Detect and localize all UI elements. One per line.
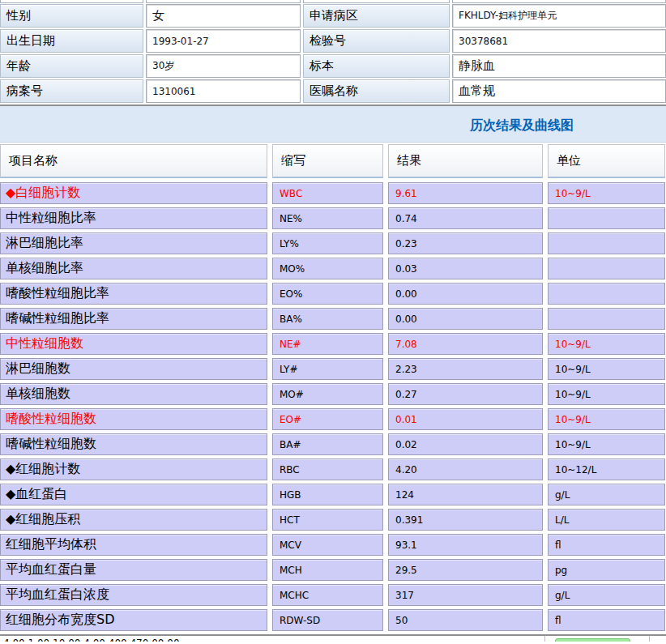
item-name-cell: ◆红细胞计数 <box>0 458 267 480</box>
table-row[interactable]: ◆红细胞压积 HCT 0.391 L/L <box>0 509 666 531</box>
record-number-value-field[interactable]: 1310061 <box>146 79 301 103</box>
abbr-cell: NE% <box>272 207 383 229</box>
item-name-cell: 淋巴细胞数 <box>0 358 267 380</box>
result-cell: 0.02 <box>388 433 543 455</box>
unit-cell: 10~9/L <box>548 182 665 204</box>
unit-text: 10~9/L <box>555 364 591 375</box>
abbr-text: HGB <box>280 489 301 501</box>
specimen-label: 标本 <box>303 54 450 78</box>
gender-label: 性别 <box>0 4 143 28</box>
table-row[interactable]: 单核细胞数 MO# 0.27 10~9/L <box>0 383 666 405</box>
unit-text: g/L <box>555 489 570 501</box>
unit-cell <box>548 258 665 279</box>
abbr-cell: MO# <box>272 383 383 405</box>
table-row[interactable]: 嗜碱性粒细胞数 BA# 0.02 10~9/L <box>0 433 666 455</box>
lab-report-page: 性别 女 申请病区 FKHLDY-妇科护理单元 出生日期 1993-01-27 … <box>0 0 666 644</box>
item-name-cell: ◆白细胞计数 <box>0 182 267 204</box>
table-row[interactable]: ◆白细胞计数 WBC 9.61 10~9/L <box>0 182 666 204</box>
item-name-cell: 平均血红蛋白浓度 <box>0 584 267 606</box>
patient-row: 出生日期 1993-01-27 检验号 30378681 <box>0 29 666 53</box>
table-row[interactable]: 红细胞平均体积 MCV 93.1 fl <box>0 534 666 556</box>
table-row[interactable]: 中性粒细胞数 NE# 7.08 10~9/L <box>0 333 666 355</box>
item-name-text: 嗜酸性粒细胞比率 <box>6 285 109 302</box>
unit-text: g/L <box>555 590 570 601</box>
header-abbr: 缩写 <box>272 144 383 178</box>
table-row[interactable]: 单核细胞比率 MO% 0.03 <box>0 258 666 279</box>
ward-value-field[interactable]: FKHLDY-妇科护理单元 <box>452 4 666 28</box>
patient-row: 年龄 30岁 标本 静脉血 <box>0 54 666 78</box>
item-name-cell: ◆红细胞压积 <box>0 509 267 531</box>
unit-text: fl <box>555 540 561 551</box>
abbr-cell: MCHC <box>272 584 383 606</box>
table-row[interactable]: 嗜碱性粒细胞比率 BA% 0.00 <box>0 308 666 330</box>
clipped-cell <box>0 0 143 3</box>
result-cell: 0.27 <box>388 383 543 405</box>
result-cell: 317 <box>388 584 543 606</box>
unit-cell: pg <box>548 559 665 581</box>
divider <box>544 636 545 642</box>
table-row[interactable]: ◆红细胞计数 RBC 4.20 10~12/L <box>0 458 666 480</box>
table-row[interactable]: 嗜酸性粒细胞数 EO# 0.01 10~9/L <box>0 408 666 430</box>
abbr-text: WBC <box>280 188 302 199</box>
result-text: 0.01 <box>395 414 417 425</box>
unit-text: fl <box>555 615 561 626</box>
table-row[interactable]: 淋巴细胞比率 LY% 0.23 <box>0 232 666 254</box>
test-number-value-field[interactable]: 30378681 <box>452 29 666 53</box>
test-number-label: 检验号 <box>303 29 450 53</box>
item-name-text: ◆白细胞计数 <box>6 185 80 202</box>
result-text: 0.00 <box>395 313 417 325</box>
item-name-cell: 单核细胞数 <box>0 383 267 405</box>
result-cell: 0.23 <box>388 232 543 254</box>
item-name-cell: 淋巴细胞比率 <box>0 232 267 254</box>
abbr-text: MO% <box>280 263 305 275</box>
table-row[interactable]: ◆血红蛋白 HGB 124 g/L <box>0 484 666 505</box>
table-row[interactable]: 中性粒细胞比率 NE% 0.74 <box>0 207 666 229</box>
abbr-text: LY% <box>280 238 299 249</box>
item-name-cell: 嗜酸性粒细胞比率 <box>0 283 267 305</box>
abbr-text: EO% <box>280 288 302 300</box>
item-name-text: 嗜碱性粒细胞比率 <box>6 310 109 327</box>
clipped-bottom-row: 4.00 1.00 10.00 4 00 400 470 00 00 <box>0 634 666 642</box>
patient-info-section: 性别 女 申请病区 FKHLDY-妇科护理单元 出生日期 1993-01-27 … <box>0 4 666 103</box>
item-name-text: 嗜碱性粒细胞数 <box>6 436 96 453</box>
specimen-value-field[interactable]: 静脉血 <box>452 54 666 78</box>
history-results-link[interactable]: 历次结果及曲线图 <box>470 117 574 133</box>
item-name-text: 单核细胞数 <box>6 386 70 403</box>
clipped-cell <box>303 0 450 3</box>
table-row[interactable]: 红细胞分布宽度SD RDW-SD 50 fl <box>0 609 666 631</box>
table-row[interactable]: 平均血红蛋白量 MCH 29.5 pg <box>0 559 666 581</box>
abbr-cell: LY% <box>272 232 383 254</box>
result-text: 7.08 <box>395 339 417 350</box>
result-cell: 7.08 <box>388 333 543 355</box>
birthdate-value-field[interactable]: 1993-01-27 <box>146 29 301 53</box>
green-action-button[interactable] <box>555 638 630 642</box>
item-name-text: 平均血红蛋白量 <box>6 561 96 578</box>
order-name-value-field[interactable]: 血常规 <box>452 79 666 103</box>
gender-value-field[interactable]: 女 <box>146 4 301 28</box>
item-name-text: 中性粒细胞比率 <box>6 210 96 227</box>
unit-cell: 10~9/L <box>548 358 665 380</box>
table-row[interactable]: 平均血红蛋白浓度 MCHC 317 g/L <box>0 584 666 606</box>
unit-cell: fl <box>548 609 665 631</box>
item-name-text: 平均血红蛋白浓度 <box>6 586 109 603</box>
item-name-text: ◆红细胞压积 <box>6 511 80 528</box>
abbr-cell: BA# <box>272 433 383 455</box>
clipped-bottom-text: 4.00 1.00 10.00 4 00 400 470 00 00 <box>3 638 180 642</box>
age-value-field[interactable]: 30岁 <box>146 54 301 78</box>
item-name-cell: 嗜碱性粒细胞比率 <box>0 308 267 330</box>
unit-cell <box>548 308 665 330</box>
abbr-text: NE# <box>280 339 301 350</box>
result-text: 124 <box>395 489 414 501</box>
table-row[interactable]: 嗜酸性粒细胞比率 EO% 0.00 <box>0 283 666 305</box>
result-cell: 4.20 <box>388 458 543 480</box>
result-cell: 50 <box>388 609 543 631</box>
unit-cell: 10~9/L <box>548 408 665 430</box>
item-name-cell: ◆血红蛋白 <box>0 484 267 505</box>
result-cell: 0.74 <box>388 207 543 229</box>
table-row[interactable]: 淋巴细胞数 LY# 2.23 10~9/L <box>0 358 666 380</box>
result-cell: 0.00 <box>388 308 543 330</box>
abbr-cell: LY# <box>272 358 383 380</box>
item-name-text: 单核细胞比率 <box>6 260 83 277</box>
abbr-cell: MCH <box>272 559 383 581</box>
item-name-cell: 中性粒细胞比率 <box>0 207 267 229</box>
